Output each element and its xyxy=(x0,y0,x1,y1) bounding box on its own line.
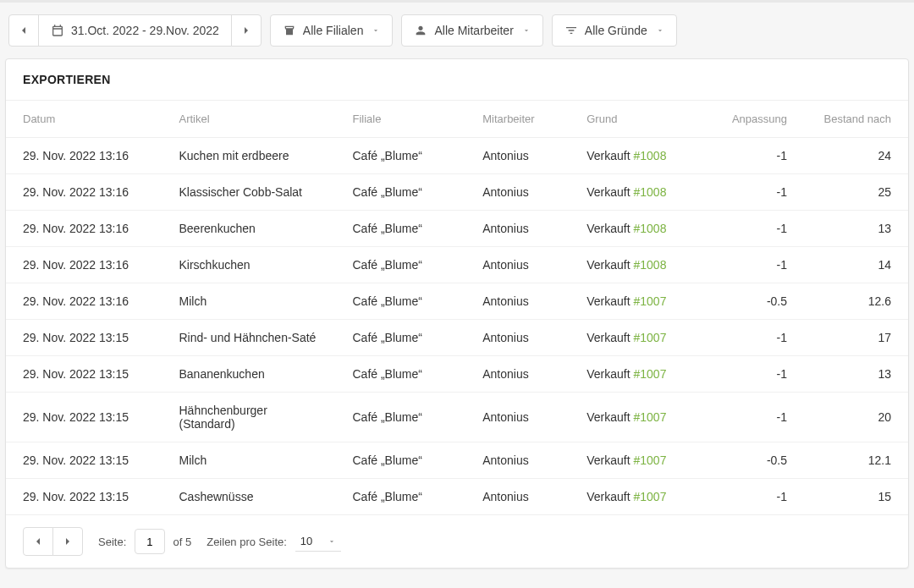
filter-employees-label: Alle Mitarbeiter xyxy=(434,24,513,37)
reason-link[interactable]: #1008 xyxy=(634,185,667,199)
cell-filiale: Café „Blume“ xyxy=(336,211,466,247)
cell-datum: 29. Nov. 2022 13:16 xyxy=(6,283,162,320)
reason-text: Verkauft xyxy=(586,185,633,199)
caret-down-icon xyxy=(328,537,336,546)
cell-artikel: Beerenkuchen xyxy=(162,211,336,247)
cell-bestand: 24 xyxy=(804,138,908,174)
col-header-bestand[interactable]: Bestand nach xyxy=(804,101,908,138)
cell-bestand: 12.1 xyxy=(804,442,908,479)
cell-artikel: Hähnchenburger (Standard) xyxy=(162,393,336,442)
reason-link[interactable]: #1008 xyxy=(634,149,667,162)
date-next-button[interactable] xyxy=(231,14,262,47)
filter-toolbar: 31.Oct. 2022 - 29.Nov. 2022 Alle Filiale… xyxy=(0,3,914,58)
date-range-button[interactable]: 31.Oct. 2022 - 29.Nov. 2022 xyxy=(38,14,232,47)
cell-anpassung: -0.5 xyxy=(708,283,804,320)
store-icon xyxy=(283,24,296,37)
cell-mitarbeiter: Antonius xyxy=(465,320,570,356)
cell-grund: Verkauft #1008 xyxy=(570,138,708,174)
filter-stores-label: Alle Filialen xyxy=(303,24,364,37)
cell-grund: Verkauft #1007 xyxy=(570,283,708,320)
rows-per-page-select[interactable]: 10 xyxy=(295,531,341,552)
cell-datum: 29. Nov. 2022 13:16 xyxy=(6,211,162,247)
cell-datum: 29. Nov. 2022 13:16 xyxy=(6,247,162,283)
filter-reasons-label: Alle Gründe xyxy=(585,24,647,37)
reason-text: Verkauft xyxy=(586,294,633,308)
filter-reasons-dropdown[interactable]: Alle Gründe xyxy=(552,14,677,47)
cell-grund: Verkauft #1008 xyxy=(570,211,708,247)
reason-text: Verkauft xyxy=(586,331,633,344)
page-label: Seite: xyxy=(98,536,126,548)
reason-link[interactable]: #1007 xyxy=(634,410,667,424)
reason-text: Verkauft xyxy=(586,258,633,272)
cell-mitarbeiter: Antonius xyxy=(465,442,570,479)
cell-bestand: 13 xyxy=(804,211,908,247)
cell-grund: Verkauft #1007 xyxy=(570,479,708,515)
table-row: 29. Nov. 2022 13:16KirschkuchenCafé „Blu… xyxy=(6,247,908,283)
pagination-bar: Seite: of 5 Zeilen pro Seite: 10 xyxy=(6,514,908,568)
cell-filiale: Café „Blume“ xyxy=(336,320,466,356)
table-row: 29. Nov. 2022 13:15CashewnüsseCafé „Blum… xyxy=(6,479,908,515)
cell-mitarbeiter: Antonius xyxy=(465,211,570,247)
rows-per-page-label: Zeilen pro Seite: xyxy=(206,536,287,548)
table-row: 29. Nov. 2022 13:15BananenkuchenCafé „Bl… xyxy=(6,356,908,393)
page-input[interactable] xyxy=(135,529,165,554)
table-row: 29. Nov. 2022 13:16BeerenkuchenCafé „Blu… xyxy=(6,211,908,247)
col-header-artikel[interactable]: Artikel xyxy=(162,101,336,138)
reason-link[interactable]: #1008 xyxy=(634,258,667,272)
cell-filiale: Café „Blume“ xyxy=(336,138,466,174)
page-nav-group xyxy=(23,527,83,556)
cell-grund: Verkauft #1007 xyxy=(570,320,708,356)
cell-artikel: Milch xyxy=(162,442,336,479)
cell-anpassung: -1 xyxy=(708,479,804,515)
cell-bestand: 20 xyxy=(804,393,908,442)
col-header-grund[interactable]: Grund xyxy=(570,101,708,138)
reason-link[interactable]: #1008 xyxy=(634,222,667,235)
cell-datum: 29. Nov. 2022 13:15 xyxy=(6,356,162,393)
rows-per-page-value: 10 xyxy=(300,535,312,547)
cell-mitarbeiter: Antonius xyxy=(465,479,570,515)
reason-text: Verkauft xyxy=(586,453,633,467)
export-label: EXPORTIEREN xyxy=(23,73,111,86)
cell-datum: 29. Nov. 2022 13:15 xyxy=(6,442,162,479)
page-next-button[interactable] xyxy=(52,527,83,556)
cell-artikel: Rind- und Hähnchen-Saté xyxy=(162,320,336,356)
export-button[interactable]: EXPORTIEREN xyxy=(6,59,908,101)
cell-anpassung: -1 xyxy=(708,174,804,211)
cell-filiale: Café „Blume“ xyxy=(336,247,466,283)
table-row: 29. Nov. 2022 13:15MilchCafé „Blume“Anto… xyxy=(6,442,908,479)
col-header-datum[interactable]: Datum xyxy=(6,101,162,138)
cell-grund: Verkauft #1007 xyxy=(570,393,708,442)
cell-mitarbeiter: Antonius xyxy=(465,393,570,442)
reason-text: Verkauft xyxy=(586,222,633,235)
cell-artikel: Klassischer Cobb-Salat xyxy=(162,174,336,211)
cell-grund: Verkauft #1007 xyxy=(570,356,708,393)
cell-mitarbeiter: Antonius xyxy=(465,174,570,211)
cell-datum: 29. Nov. 2022 13:16 xyxy=(6,138,162,174)
reason-text: Verkauft xyxy=(586,490,633,503)
rows-per-page: Zeilen pro Seite: 10 xyxy=(206,531,341,552)
reason-link[interactable]: #1007 xyxy=(634,490,667,503)
chevron-left-icon xyxy=(31,535,45,548)
caret-down-icon xyxy=(372,26,380,35)
cell-bestand: 12.6 xyxy=(804,283,908,320)
stock-history-card: EXPORTIEREN Datum Artikel Filiale Mitarb… xyxy=(5,58,909,569)
reason-link[interactable]: #1007 xyxy=(634,294,667,308)
reason-link[interactable]: #1007 xyxy=(634,367,667,381)
col-header-mitarbeiter[interactable]: Mitarbeiter xyxy=(465,101,570,138)
cell-mitarbeiter: Antonius xyxy=(465,138,570,174)
cell-bestand: 17 xyxy=(804,320,908,356)
filter-employees-dropdown[interactable]: Alle Mitarbeiter xyxy=(401,14,542,47)
filter-stores-dropdown[interactable]: Alle Filialen xyxy=(270,14,394,47)
date-prev-button[interactable] xyxy=(8,14,39,47)
page-prev-button[interactable] xyxy=(23,527,53,556)
col-header-filiale[interactable]: Filiale xyxy=(336,101,466,138)
reason-link[interactable]: #1007 xyxy=(634,453,667,467)
chevron-left-icon xyxy=(17,24,30,37)
col-header-anpassung[interactable]: Anpassung xyxy=(708,101,804,138)
page-indicator: Seite: of 5 xyxy=(98,529,191,554)
page-of-text: of 5 xyxy=(173,536,192,548)
cell-datum: 29. Nov. 2022 13:15 xyxy=(6,320,162,356)
cell-mitarbeiter: Antonius xyxy=(465,356,570,393)
reason-link[interactable]: #1007 xyxy=(634,331,667,344)
stock-history-table: Datum Artikel Filiale Mitarbeiter Grund … xyxy=(6,101,908,514)
